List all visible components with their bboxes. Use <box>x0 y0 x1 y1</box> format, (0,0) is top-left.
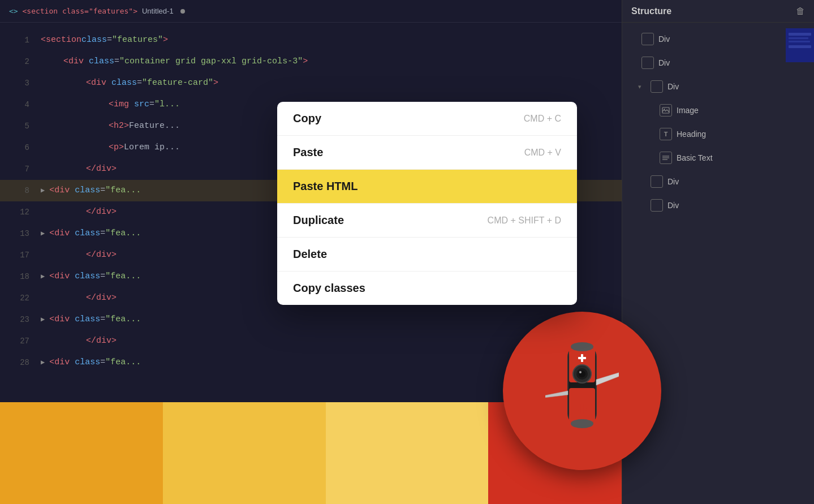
menu-item-delete[interactable]: Delete <box>277 238 577 272</box>
div-icon-2 <box>641 57 654 69</box>
div-icon-5 <box>651 199 663 212</box>
svg-rect-20 <box>581 404 584 414</box>
copy-classes-label: Copy classes <box>293 282 365 295</box>
copy-label: Copy <box>293 112 321 125</box>
menu-item-copy[interactable]: Copy CMD + C <box>277 102 577 136</box>
delete-label: Delete <box>293 248 327 261</box>
context-menu: Copy CMD + C Paste CMD + V Paste HTML Du… <box>277 102 577 305</box>
struct-item-image[interactable]: Image <box>622 98 814 122</box>
struct-item-div-4[interactable]: Div <box>622 170 814 193</box>
basic-text-icon <box>660 152 672 164</box>
svg-rect-4 <box>789 45 811 48</box>
svg-rect-1 <box>789 33 811 36</box>
div-icon-3 <box>651 80 663 93</box>
bar-yellow <box>163 402 326 504</box>
copy-shortcut: CMD + C <box>524 114 561 124</box>
title-filename: Untitled-1 <box>142 7 174 15</box>
delete-button[interactable]: 🗑 <box>796 6 805 16</box>
struct-item-basic-text[interactable]: Basic Text <box>622 146 814 170</box>
struct-label-image: Image <box>677 106 699 115</box>
struct-label: Div <box>658 35 670 44</box>
struct-label-heading: Heading <box>677 130 706 139</box>
menu-item-paste-html[interactable]: Paste HTML <box>277 170 577 204</box>
menu-item-copy-classes[interactable]: Copy classes <box>277 272 577 305</box>
svg-point-18 <box>579 371 582 373</box>
chevron-expanded-icon: ▾ <box>638 83 646 91</box>
paste-label: Paste <box>293 146 323 159</box>
knife-svg <box>545 329 619 453</box>
paste-shortcut: CMD + V <box>524 148 561 158</box>
svg-point-6 <box>664 109 665 110</box>
struct-label-5: Div <box>667 201 679 210</box>
struct-label-2: Div <box>658 58 670 67</box>
menu-item-duplicate[interactable]: Duplicate CMD + SHIFT + D <box>277 204 577 238</box>
bar-orange <box>0 402 163 504</box>
struct-label-basic-text: Basic Text <box>677 153 713 162</box>
title-tag: <> <section class="features"> <box>9 7 137 15</box>
bar-lightyellow <box>326 402 489 504</box>
svg-rect-14 <box>581 354 583 362</box>
duplicate-label: Duplicate <box>293 214 344 227</box>
app-logo <box>503 312 661 470</box>
svg-point-22 <box>571 419 593 428</box>
svg-point-21 <box>571 342 593 351</box>
menu-item-paste[interactable]: Paste CMD + V <box>277 136 577 170</box>
paste-html-label: Paste HTML <box>293 180 358 193</box>
svg-rect-2 <box>789 37 808 39</box>
panel-title: Structure <box>631 6 671 16</box>
struct-item-heading[interactable]: T Heading <box>622 122 814 146</box>
struct-item-div-5[interactable]: Div <box>622 193 814 217</box>
svg-rect-3 <box>789 41 810 42</box>
div-icon-1 <box>641 33 654 45</box>
modified-dot <box>180 9 185 14</box>
struct-label-3: Div <box>667 82 679 91</box>
struct-label-4: Div <box>667 177 679 186</box>
heading-icon: T <box>660 128 672 140</box>
panel-header: Structure 🗑 <box>622 0 814 23</box>
div-icon-4 <box>651 175 663 188</box>
image-icon <box>660 104 672 117</box>
screenshot-thumbnail <box>786 28 814 62</box>
struct-item-div-3[interactable]: ▾ Div <box>622 75 814 98</box>
duplicate-shortcut: CMD + SHIFT + D <box>488 216 561 226</box>
